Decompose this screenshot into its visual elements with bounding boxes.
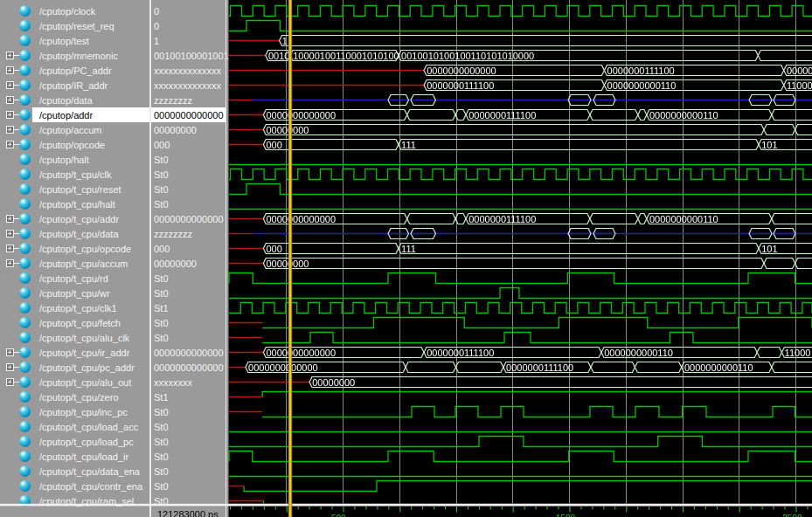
svg-text:000: 000 [267,244,282,254]
svg-text:0000000000000: 0000000000000 [267,110,337,121]
svg-text:0000000000110: 0000000000110 [649,110,718,121]
svg-text:101: 101 [761,244,777,254]
svg-text:1100000010001: 1100000010001 [787,80,812,91]
svg-text:00000000: 00000000 [312,377,355,388]
svg-text:0000000000000: 0000000000000 [248,362,318,373]
svg-text:0000000000000: 0000000000000 [427,65,496,76]
svg-text:0000000000000: 0000000000000 [267,214,337,224]
svg-text:0000000111100: 0000000111100 [506,362,573,373]
svg-text:0000000111100: 0000000111100 [468,214,536,224]
svg-text:0000000000110: 0000000000110 [604,348,673,358]
svg-text:111: 111 [401,244,416,254]
svg-text:2500: 2500 [782,514,802,517]
svg-text:101: 101 [761,140,777,150]
svg-text:0000000111100: 0000000111100 [427,80,494,91]
svg-text:0010010100100110101010000: 0010010100100110101010000 [401,51,534,61]
svg-text:0000000000110: 0000000000110 [649,214,718,224]
svg-text:111: 111 [401,140,416,150]
svg-text:0000000000000: 0000000000000 [267,348,337,358]
svg-text:0000000111100: 0000000111100 [468,110,536,121]
svg-text:0000000000110: 0000000000110 [684,362,753,373]
svg-text:1500: 1500 [556,514,576,517]
svg-text:1: 1 [282,36,288,46]
svg-text:00000000: 00000000 [267,125,309,135]
svg-text:000: 000 [267,140,282,150]
svg-text:0000000111100: 0000000111100 [607,65,675,76]
svg-text:500: 500 [331,514,346,517]
svg-text:0010: 0010 [268,51,289,61]
svg-text:0000000000110: 0000000000110 [607,80,677,91]
svg-text:11000: 11000 [785,348,811,358]
svg-text:0000000111100: 0000000111100 [427,348,494,358]
svg-text:00000000: 00000000 [267,258,309,269]
svg-text:10000100110001010100: 10000100110001010100 [293,51,399,61]
svg-text:0000000111100: 0000000111100 [787,65,812,76]
